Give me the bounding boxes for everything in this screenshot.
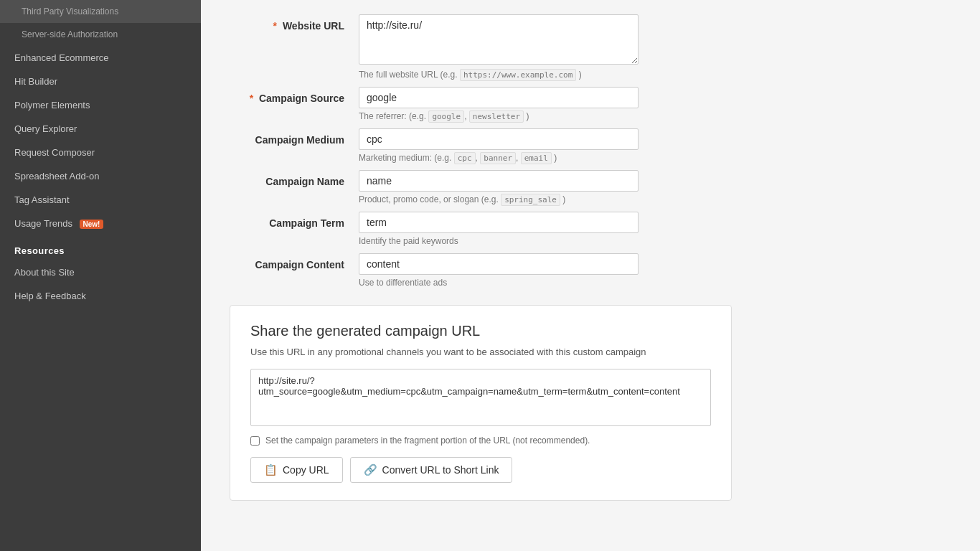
campaign-term-input[interactable]: [359, 212, 639, 233]
campaign-name-row: Campaign Name Product, promo code, or sl…: [230, 170, 951, 204]
action-buttons: 📋 Copy URL 🔗 Convert URL to Short Link: [250, 457, 711, 483]
campaign-medium-label: Campaign Medium: [230, 128, 359, 146]
campaign-medium-field-col: Marketing medium: (e.g. cpc, banner, ema…: [359, 128, 951, 163]
main-content: * Website URL The full website URL (e.g.…: [201, 0, 980, 551]
sidebar-item-query-explorer[interactable]: Query Explorer: [0, 117, 201, 141]
sidebar-item-server-auth[interactable]: Server-side Authorization: [0, 23, 201, 46]
campaign-name-input[interactable]: [359, 170, 639, 192]
share-box: Share the generated campaign URL Use thi…: [230, 305, 732, 501]
campaign-source-field-col: The referrer: (e.g. google, newsletter ): [359, 87, 951, 121]
campaign-medium-row: Campaign Medium Marketing medium: (e.g. …: [230, 128, 951, 163]
campaign-source-row: * Campaign Source The referrer: (e.g. go…: [230, 87, 951, 121]
campaign-term-row: Campaign Term Identify the paid keywords: [230, 212, 951, 246]
campaign-content-hint: Use to differentiate ads: [359, 278, 639, 288]
campaign-content-input[interactable]: [359, 253, 639, 275]
sidebar-item-third-party[interactable]: Third Party Visualizations: [0, 0, 201, 23]
sidebar-item-hit-builder[interactable]: Hit Builder: [0, 70, 201, 93]
sidebar-item-help-feedback[interactable]: Help & Feedback: [0, 284, 201, 308]
share-title: Share the generated campaign URL: [250, 323, 711, 339]
sidebar-item-enhanced-ecommerce[interactable]: Enhanced Ecommerce: [0, 46, 201, 70]
campaign-term-field-col: Identify the paid keywords: [359, 212, 951, 246]
campaign-content-label: Campaign Content: [230, 253, 359, 270]
fragment-checkbox-row: Set the campaign parameters in the fragm…: [250, 435, 711, 446]
sidebar-item-spreadsheet-addon[interactable]: Spreadsheet Add-on: [0, 164, 201, 188]
resources-section-header: Resources: [0, 235, 201, 260]
generated-url-textarea[interactable]: [250, 369, 711, 426]
website-url-hint: The full website URL (e.g. https://www.e…: [359, 70, 639, 80]
sidebar-item-about[interactable]: About this Site: [0, 260, 201, 284]
campaign-source-input[interactable]: [359, 87, 639, 108]
campaign-term-hint: Identify the paid keywords: [359, 236, 639, 246]
website-url-input[interactable]: [359, 14, 639, 65]
website-url-field-col: The full website URL (e.g. https://www.e…: [359, 14, 951, 80]
required-star-2: *: [250, 93, 253, 104]
campaign-content-field-col: Use to differentiate ads: [359, 253, 951, 288]
campaign-source-hint: The referrer: (e.g. google, newsletter ): [359, 111, 639, 121]
sidebar-item-usage-trends[interactable]: Usage Trends New!: [0, 212, 201, 235]
website-url-label: * Website URL: [230, 14, 359, 32]
share-description: Use this URL in any promotional channels…: [250, 347, 711, 357]
campaign-source-label: * Campaign Source: [230, 87, 359, 104]
convert-url-button[interactable]: 🔗 Convert URL to Short Link: [350, 457, 513, 483]
sidebar: Third Party Visualizations Server-side A…: [0, 0, 201, 551]
new-badge: New!: [80, 220, 104, 229]
link-icon: 🔗: [364, 463, 377, 476]
campaign-name-field-col: Product, promo code, or slogan (e.g. spr…: [359, 170, 951, 204]
required-star: *: [273, 20, 277, 32]
sidebar-item-request-composer[interactable]: Request Composer: [0, 141, 201, 164]
sidebar-item-tag-assistant[interactable]: Tag Assistant: [0, 188, 201, 212]
campaign-medium-hint: Marketing medium: (e.g. cpc, banner, ema…: [359, 153, 639, 163]
campaign-content-row: Campaign Content Use to differentiate ad…: [230, 253, 951, 288]
fragment-label[interactable]: Set the campaign parameters in the fragm…: [265, 435, 590, 446]
campaign-name-hint: Product, promo code, or slogan (e.g. spr…: [359, 194, 639, 204]
copy-url-button[interactable]: 📋 Copy URL: [250, 457, 343, 483]
copy-icon: 📋: [264, 463, 278, 476]
fragment-checkbox[interactable]: [250, 436, 260, 446]
campaign-name-label: Campaign Name: [230, 170, 359, 187]
sidebar-item-polymer-elements[interactable]: Polymer Elements: [0, 93, 201, 117]
website-url-row: * Website URL The full website URL (e.g.…: [230, 14, 951, 80]
campaign-term-label: Campaign Term: [230, 212, 359, 229]
campaign-medium-input[interactable]: [359, 128, 639, 150]
